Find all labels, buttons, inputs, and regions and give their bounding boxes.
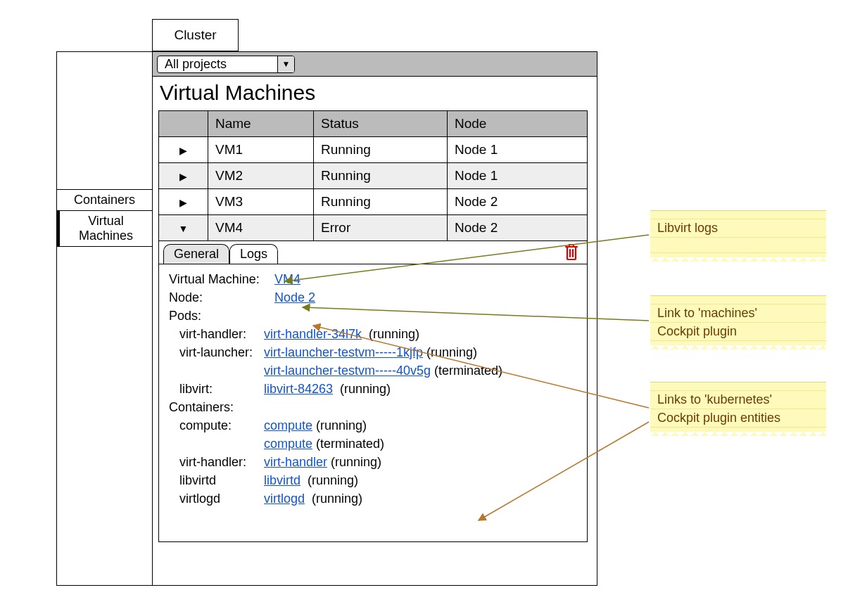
annotation-note-2: Link to 'machines' Cockpit plugin bbox=[650, 295, 826, 349]
pod-link[interactable]: virt-handler-34l7k bbox=[264, 327, 362, 341]
pod-label: virt-handler: bbox=[169, 325, 264, 343]
container-state: (running) bbox=[312, 492, 362, 506]
container-link[interactable]: libvirtd bbox=[264, 473, 300, 487]
label-node: Node: bbox=[169, 288, 274, 307]
col-expand bbox=[159, 111, 208, 137]
pod-state: (running) bbox=[369, 327, 419, 341]
pod-label: libvirt: bbox=[169, 380, 264, 398]
vm-table: Name Status Node ▶ VM1 Running Node 1 ▶ … bbox=[158, 110, 588, 241]
project-selector-value: All projects bbox=[158, 57, 277, 72]
tab-general[interactable]: General bbox=[163, 244, 229, 264]
table-header-row: Name Status Node bbox=[159, 111, 588, 137]
note-text: Libvirt logs bbox=[650, 219, 826, 238]
pod-label-empty bbox=[169, 361, 264, 380]
vm-detail-panel: General Logs Virtual Machine: VM4 Node: bbox=[158, 241, 588, 542]
cell-status: Running bbox=[314, 163, 448, 189]
tab-label: Logs bbox=[240, 247, 267, 261]
cell-node: Node 2 bbox=[448, 215, 588, 241]
container-state: (running) bbox=[331, 455, 381, 469]
container-label: virt-handler: bbox=[169, 453, 264, 471]
sidebar-spacer bbox=[57, 52, 152, 190]
pod-link[interactable]: virt-launcher-testvm-----1kjfp bbox=[264, 345, 423, 359]
link-node[interactable]: Node 2 bbox=[274, 290, 315, 304]
delete-button[interactable] bbox=[563, 243, 580, 264]
container-link[interactable]: virtlogd bbox=[264, 492, 305, 506]
sidebar-item-virtual-machines[interactable]: Virtual Machines bbox=[57, 211, 152, 247]
cell-node: Node 1 bbox=[448, 163, 588, 189]
tab-cluster-label: Cluster bbox=[174, 27, 216, 43]
page-title: Virtual Machines bbox=[153, 77, 597, 110]
container-label: libvirtd bbox=[169, 471, 264, 489]
project-selector[interactable]: All projects ▼ bbox=[157, 56, 295, 73]
expand-icon[interactable]: ▶ bbox=[179, 145, 187, 156]
container-link[interactable]: virt-handler bbox=[264, 455, 327, 469]
note-text: Cockpit plugin bbox=[650, 323, 826, 341]
sidebar: Containers Virtual Machines bbox=[57, 52, 153, 585]
cell-status: Running bbox=[314, 189, 448, 215]
label-vm: Virtual Machine: bbox=[169, 270, 274, 288]
container-link[interactable]: compute bbox=[264, 418, 312, 432]
cell-node: Node 1 bbox=[448, 137, 588, 163]
pod-state: (terminated) bbox=[434, 364, 502, 378]
collapse-icon[interactable]: ▼ bbox=[179, 223, 189, 234]
container-state: (running) bbox=[308, 473, 358, 487]
container-label: virtlogd bbox=[169, 489, 264, 508]
tab-logs[interactable]: Logs bbox=[229, 244, 278, 264]
annotation-note-1: Libvirt logs bbox=[650, 210, 826, 262]
container-state: (terminated) bbox=[316, 437, 384, 451]
detail-tabs: General Logs bbox=[159, 241, 587, 264]
table-row[interactable]: ▶ VM3 Running Node 2 bbox=[159, 189, 588, 215]
container-link[interactable]: compute bbox=[264, 437, 312, 451]
cell-status: Error bbox=[314, 215, 448, 241]
pod-link[interactable]: libvirt-84263 bbox=[264, 382, 333, 396]
tab-label: General bbox=[174, 247, 219, 261]
note-text: Link to 'machines' bbox=[650, 304, 826, 323]
toolbar: All projects ▼ bbox=[153, 52, 597, 77]
cell-name: VM4 bbox=[208, 215, 314, 241]
sidebar-item-label: Containers bbox=[74, 193, 135, 207]
col-status: Status bbox=[314, 111, 448, 137]
note-text: Cockpit plugin entities bbox=[650, 409, 826, 428]
pod-link[interactable]: virt-launcher-testvm-----40v5g bbox=[264, 364, 431, 378]
tab-cluster[interactable]: Cluster bbox=[152, 19, 239, 51]
table-row[interactable]: ▶ VM1 Running Node 1 bbox=[159, 137, 588, 163]
container-state: (running) bbox=[316, 418, 367, 432]
cell-status: Running bbox=[314, 137, 448, 163]
link-vm[interactable]: VM4 bbox=[274, 272, 300, 286]
table-row[interactable]: ▶ VM2 Running Node 1 bbox=[159, 163, 588, 189]
col-node: Node bbox=[448, 111, 588, 137]
pod-label: virt-launcher: bbox=[169, 343, 264, 361]
cell-name: VM2 bbox=[208, 163, 314, 189]
main-frame: Containers Virtual Machines All projects… bbox=[56, 51, 597, 586]
annotation-note-3: Links to 'kubernetes' Cockpit plugin ent… bbox=[650, 382, 826, 436]
pod-state: (running) bbox=[340, 382, 391, 396]
main-area: All projects ▼ Virtual Machines Name Sta… bbox=[153, 52, 597, 585]
expand-icon[interactable]: ▶ bbox=[179, 171, 187, 182]
sidebar-item-label: Virtual Machines bbox=[79, 214, 133, 243]
label-pods: Pods: bbox=[169, 307, 274, 325]
detail-body: Virtual Machine: VM4 Node: Node 2 Pods: … bbox=[159, 264, 587, 513]
cell-node: Node 2 bbox=[448, 189, 588, 215]
sidebar-item-containers[interactable]: Containers bbox=[57, 190, 152, 211]
col-name: Name bbox=[208, 111, 314, 137]
cell-name: VM1 bbox=[208, 137, 314, 163]
expand-icon[interactable]: ▶ bbox=[179, 197, 187, 208]
note-text: Links to 'kubernetes' bbox=[650, 391, 826, 409]
label-containers: Containers: bbox=[169, 398, 274, 416]
pod-state: (running) bbox=[426, 345, 477, 359]
cell-name: VM3 bbox=[208, 189, 314, 215]
dropdown-icon[interactable]: ▼ bbox=[277, 56, 294, 72]
container-label: compute: bbox=[169, 416, 264, 435]
trash-icon bbox=[563, 243, 580, 261]
table-row[interactable]: ▼ VM4 Error Node 2 bbox=[159, 215, 588, 241]
container-label-empty bbox=[169, 435, 264, 453]
